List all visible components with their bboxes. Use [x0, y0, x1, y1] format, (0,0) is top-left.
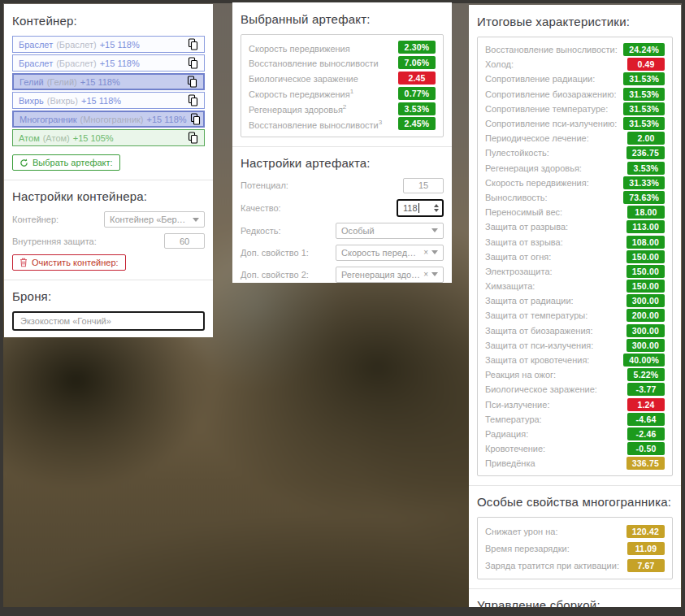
- selected-artifact-title: Выбранный артефакт:: [241, 12, 444, 26]
- spinner-down-icon[interactable]: [434, 209, 439, 212]
- artifact-slot[interactable]: Атом (Атом) +15 105%: [12, 129, 205, 146]
- total-stat-row: Регенерация здоровья: 3.53%: [485, 161, 665, 176]
- spinner-up-icon[interactable]: [434, 204, 439, 207]
- stat-label: Сопротивление температуре:: [485, 104, 608, 114]
- total-stat-row: Скорость передвижения: 31.33%: [485, 176, 665, 190]
- copy-icon[interactable]: [187, 76, 197, 88]
- polyhedron-stat-row: Время перезарядки: 11.09: [485, 540, 665, 557]
- stat-value-badge: 73.63%: [623, 191, 665, 204]
- container-panel: Контейнер: Браслет (Браслет) +15 118% Бр…: [4, 4, 213, 337]
- stat-label: Скорость передвижения:: [485, 178, 589, 188]
- polyhedron-title: Особые свойства многогранника:: [477, 495, 673, 509]
- rarity-value: Особый: [341, 226, 375, 236]
- artifact-name: Вихрь: [19, 96, 44, 106]
- container-select[interactable]: Контейнер «Берлога...: [104, 211, 205, 228]
- select-artifact-button[interactable]: Выбрать артефакт:: [12, 154, 120, 171]
- clear-selection-icon[interactable]: ×: [423, 270, 428, 279]
- clear-container-button[interactable]: Очистить контейнер:: [12, 254, 126, 271]
- stat-sup: 2: [343, 103, 346, 111]
- stat-label: Радиация:: [485, 429, 528, 439]
- selected-artifact-panel: Выбранный артефакт: Скорость передвижени…: [232, 2, 452, 283]
- artifact-alt-name: (Браслет): [56, 40, 97, 50]
- stat-label: Сопротивление пси-излучению:: [485, 119, 617, 128]
- stat-value-badge: 300.00: [626, 294, 665, 307]
- artifact-slot[interactable]: Гелий (Гелий) +15 118%: [12, 73, 205, 90]
- stat-label: Восстановление выносливости:: [485, 45, 618, 54]
- stat-label: Защита от температуры:: [485, 310, 587, 320]
- chevron-down-icon: [193, 218, 199, 222]
- stat-value-badge: 40.00%: [623, 354, 665, 367]
- stat-value-badge: 300.00: [626, 324, 665, 337]
- totals-panel: Итоговые характеристики: Восстановление …: [469, 5, 681, 607]
- copy-icon[interactable]: [188, 94, 198, 106]
- stat-value-badge: 120.42: [626, 525, 665, 538]
- total-stat-row: Сопротивление температуре: 31.53%: [485, 102, 665, 116]
- container-title: Контейнер:: [12, 14, 205, 28]
- prop1-row: Доп. свойство 1: Скорость передви... ×: [241, 245, 444, 261]
- divider: [469, 588, 681, 589]
- artifact-slot[interactable]: Многогранник (Многогранник) +15 118%: [12, 111, 205, 128]
- copy-icon[interactable]: [190, 113, 201, 125]
- quality-input[interactable]: 118: [397, 199, 444, 217]
- stat-value-badge: -4.64: [627, 413, 665, 426]
- text-caret: [418, 203, 419, 213]
- stat-value-badge: 0.77%: [398, 87, 436, 100]
- stat-value-badge: 31.53%: [623, 88, 665, 101]
- artifact-upgrade-value: +15 118%: [81, 96, 121, 106]
- copy-icon[interactable]: [188, 57, 198, 69]
- prop1-value: Скорость передви...: [341, 248, 420, 258]
- prop1-select[interactable]: Скорость передви... ×: [336, 245, 444, 261]
- copy-icon[interactable]: [188, 38, 198, 50]
- artifact-alt-name: (Многогранник): [80, 115, 144, 124]
- prop1-label: Доп. свойство 1:: [241, 248, 309, 258]
- armor-name-input[interactable]: Экзокостюм «Гончий»: [12, 311, 205, 331]
- stat-value-badge: 18.00: [627, 206, 665, 219]
- potential-input[interactable]: 15: [403, 178, 444, 193]
- divider: [469, 485, 681, 486]
- stat-value-badge: 150.00: [626, 265, 665, 278]
- artifact-slot[interactable]: Браслет (Браслет) +15 118%: [12, 36, 205, 53]
- divider: [232, 146, 452, 147]
- stat-value-badge: 3.53%: [627, 162, 665, 175]
- stat-value-badge: 3.53%: [398, 102, 436, 115]
- stat-value-badge: 2.45%: [398, 117, 436, 130]
- artifact-slot[interactable]: Вихрь (Вихрь) +15 118%: [12, 92, 205, 109]
- selected-artifact-stats: Скорость передвижения 2.30% Восстановлен…: [241, 34, 444, 137]
- stat-value-badge: 300.00: [626, 339, 665, 352]
- prop2-row: Доп. свойство 2: Регенерация здор... ×: [241, 267, 444, 283]
- stat-label: Реакция на ожог:: [485, 370, 556, 380]
- artifact-upgrade-value: +15 118%: [80, 77, 120, 87]
- prop2-select[interactable]: Регенерация здор... ×: [336, 267, 444, 283]
- artifact-stat-row: Скорость передвижения 2.30%: [249, 40, 436, 55]
- rarity-row: Редкость: Особый: [241, 223, 444, 239]
- prop2-value: Регенерация здор...: [341, 270, 420, 280]
- total-stat-row: Сопротивление биозаражению: 31.53%: [485, 87, 665, 102]
- rarity-select[interactable]: Особый: [336, 223, 444, 239]
- stat-value-badge: 11.09: [627, 542, 665, 555]
- artifact-stat-row: Восстановление выносливости 7.06%: [249, 55, 436, 71]
- stat-label: Холод:: [485, 59, 514, 69]
- artifact-name: Атом: [19, 133, 40, 143]
- stat-label: Пси-излучение:: [485, 400, 549, 410]
- total-stat-row: Защита от температуры: 200.00: [485, 308, 665, 323]
- divider: [4, 280, 213, 280]
- stat-label: Электрозащита:: [485, 267, 553, 276]
- stat-value-badge: 31.33%: [623, 176, 665, 189]
- quality-row: Качество: 118: [241, 199, 444, 217]
- container-select-value: Контейнер «Берлога...: [110, 215, 189, 224]
- total-stat-row: Приведёнка 336.75: [485, 456, 665, 471]
- inner-protection-input[interactable]: 60: [164, 233, 205, 249]
- container-select-label: Контейнер:: [12, 215, 59, 224]
- artifact-alt-name: (Вихрь): [47, 96, 78, 106]
- chevron-down-icon: [431, 228, 438, 232]
- artifact-upgrade-value: +15 118%: [147, 115, 187, 124]
- clear-selection-icon[interactable]: ×: [423, 248, 428, 257]
- copy-icon[interactable]: [188, 132, 198, 144]
- stat-label: Снижает урон на:: [485, 527, 557, 536]
- stat-label: Регенерация здоровья2: [249, 103, 346, 115]
- number-spinner[interactable]: [434, 204, 439, 212]
- artifact-slot[interactable]: Браслет (Браслет) +15 118%: [12, 54, 205, 72]
- artifact-name: Браслет: [19, 40, 53, 50]
- stat-label: Скорость передвижения: [249, 42, 350, 54]
- artifact-name: Многогранник: [20, 115, 77, 124]
